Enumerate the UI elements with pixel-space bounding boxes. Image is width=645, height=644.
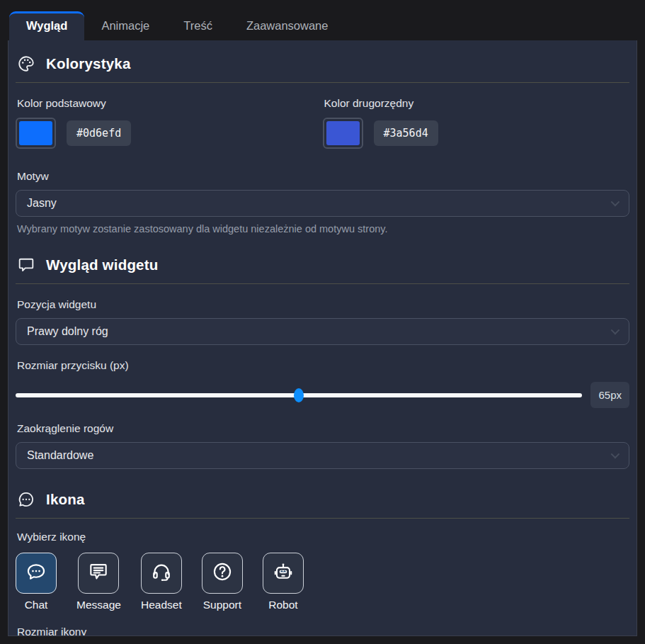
chevron-down-icon <box>611 450 620 459</box>
position-select-value: Prawy dolny róg <box>27 325 108 338</box>
round-chat-dots-icon <box>17 490 35 509</box>
section-header-ikona: Ikona <box>16 485 629 519</box>
choose-icon-label: Wybierz ikonę <box>17 531 628 543</box>
button-size-slider-row: 65px <box>16 382 629 408</box>
secondary-color-label: Kolor drugorzędny <box>324 97 629 110</box>
position-select[interactable]: Prawy dolny róg <box>16 318 629 345</box>
tab-tresc[interactable]: Treść <box>166 11 229 40</box>
icon-option-label: Headset <box>141 599 182 611</box>
icon-size-label: Rozmiar ikony <box>17 626 628 636</box>
robot-icon <box>272 560 295 586</box>
section-title: Ikona <box>46 491 85 508</box>
chat-bubble-icon <box>17 256 35 274</box>
color-fields-row: Kolor podstawowy #0d6efd Kolor drugorzęd… <box>16 83 629 149</box>
secondary-color-field: Kolor drugorzędny #3a56d4 <box>323 83 630 149</box>
support-icon <box>211 560 234 586</box>
chevron-down-icon <box>611 198 620 207</box>
tab-zaawansowane[interactable]: Zaawansowane <box>229 11 346 40</box>
corner-radius-select[interactable]: Standardowe <box>16 442 629 469</box>
settings-panel: Kolorystyka Kolor podstawowy #0d6efd Kol… <box>8 40 637 636</box>
theme-select[interactable]: Jasny <box>16 190 629 217</box>
primary-color-label: Kolor podstawowy <box>17 97 321 110</box>
secondary-color-swatch[interactable] <box>323 118 363 149</box>
primary-color-hex: #0d6efd <box>67 120 131 146</box>
slider-thumb[interactable] <box>294 388 304 402</box>
icon-option-label: Support <box>203 599 241 611</box>
section-header-wyglad-widgetu: Wygląd widgetu <box>16 250 629 284</box>
button-size-value-badge: 65px <box>590 382 629 408</box>
icon-picker: Chat Message <box>16 553 629 611</box>
icon-option-robot[interactable]: Robot <box>263 553 304 611</box>
section-title: Kolorystyka <box>46 55 131 72</box>
chevron-down-icon <box>611 326 620 335</box>
icon-option-chat[interactable]: Chat <box>16 553 57 611</box>
secondary-color-hex: #3a56d4 <box>374 120 438 146</box>
position-label: Pozycja widgetu <box>17 298 628 311</box>
chat-icon <box>25 560 47 586</box>
icon-option-label: Chat <box>25 599 48 611</box>
icon-option-label: Message <box>76 599 121 611</box>
button-size-label: Rozmiar przycisku (px) <box>17 359 628 372</box>
corner-radius-select-value: Standardowe <box>27 449 93 462</box>
tab-animacje[interactable]: Animacje <box>84 11 166 40</box>
icon-option-label: Robot <box>268 599 297 611</box>
section-header-kolorystyka: Kolorystyka <box>16 49 629 83</box>
tab-wyglad[interactable]: Wygląd <box>9 11 84 40</box>
corner-radius-label: Zaokrąglenie rogów <box>17 422 628 435</box>
icon-option-headset[interactable]: Headset <box>141 553 182 611</box>
icon-option-message[interactable]: Message <box>76 553 121 611</box>
settings-tabbar: Wygląd Animacje Treść Zaawansowane <box>0 0 645 40</box>
button-size-slider[interactable] <box>16 393 582 397</box>
message-icon <box>87 560 110 586</box>
primary-color-field: Kolor podstawowy #0d6efd <box>16 83 323 149</box>
palette-icon <box>17 55 35 73</box>
primary-color-fill <box>19 121 52 145</box>
primary-color-swatch[interactable] <box>16 118 56 149</box>
headset-icon <box>150 560 173 586</box>
icon-option-support[interactable]: Support <box>202 553 243 611</box>
section-title: Wygląd widgetu <box>46 256 158 273</box>
theme-label: Motyw <box>17 170 628 183</box>
secondary-color-fill <box>326 121 360 145</box>
theme-help-text: Wybrany motyw zostanie zastosowany dla w… <box>17 223 628 235</box>
theme-select-value: Jasny <box>27 197 57 210</box>
